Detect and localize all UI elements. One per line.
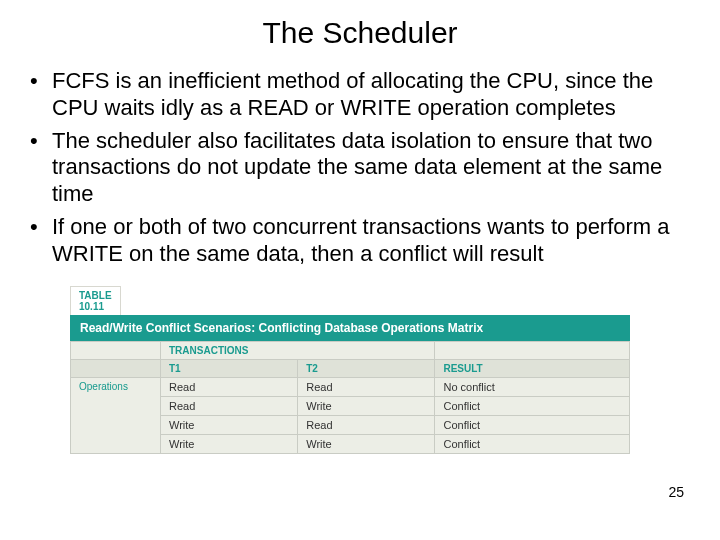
cell-t2: Read <box>298 377 435 396</box>
bullet-item: If one or both of two concurrent transac… <box>30 214 700 268</box>
table-corner-cell <box>71 341 161 359</box>
table-col-t2: T2 <box>298 359 435 377</box>
table-header-row: T1 T2 RESULT <box>71 359 630 377</box>
table-col-result: RESULT <box>435 359 630 377</box>
bullet-list: FCFS is an inefficient method of allocat… <box>20 68 700 268</box>
cell-t2: Write <box>298 396 435 415</box>
cell-t1: Write <box>161 434 298 453</box>
table-col-rowhdr <box>71 359 161 377</box>
slide: The Scheduler FCFS is an inefficient met… <box>0 0 720 540</box>
operations-matrix-table: TRANSACTIONS T1 T2 RESULT Operations Rea… <box>70 341 630 454</box>
table-empty-header <box>435 341 630 359</box>
slide-title: The Scheduler <box>20 16 700 50</box>
table-label-word: TABLE <box>79 290 112 301</box>
table-label-number: 10.11 <box>79 301 104 312</box>
cell-t1: Write <box>161 415 298 434</box>
table-row-header: Operations <box>71 377 161 453</box>
cell-result: Conflict <box>435 415 630 434</box>
cell-result: No conflict <box>435 377 630 396</box>
table-row: Operations Read Read No conflict <box>71 377 630 396</box>
cell-t2: Write <box>298 434 435 453</box>
table-group-row: TRANSACTIONS <box>71 341 630 359</box>
bullet-item: The scheduler also facilitates data isol… <box>30 128 700 208</box>
cell-t1: Read <box>161 396 298 415</box>
table-label: TABLE 10.11 <box>70 286 121 315</box>
cell-result: Conflict <box>435 396 630 415</box>
table-group-header: TRANSACTIONS <box>161 341 435 359</box>
bullet-item: FCFS is an inefficient method of allocat… <box>30 68 700 122</box>
cell-t1: Read <box>161 377 298 396</box>
page-number: 25 <box>664 484 688 500</box>
table-col-t1: T1 <box>161 359 298 377</box>
cell-t2: Read <box>298 415 435 434</box>
table-caption: Read/Write Conflict Scenarios: Conflicti… <box>70 315 630 341</box>
table-figure: TABLE 10.11 Read/Write Conflict Scenario… <box>70 286 630 454</box>
cell-result: Conflict <box>435 434 630 453</box>
